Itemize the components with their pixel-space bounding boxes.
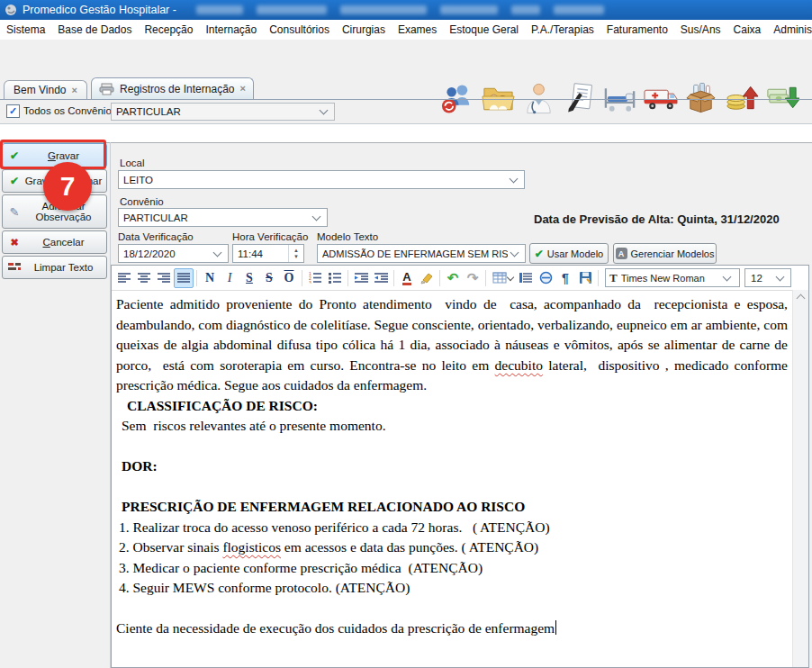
save-document-button[interactable] [575,268,595,288]
insert-table-button[interactable] [489,268,516,288]
gerenciar-modelos-label: Gerenciar Modelos [631,248,715,259]
close-icon[interactable]: × [239,84,245,94]
tab-label: Registros de Internação [120,83,234,95]
closing-text: Ciente da necessidade de execução dos cu… [116,618,788,639]
font-family-value: Times New Roman [621,273,717,284]
data-verificacao-picker[interactable]: 18/12/2020 [118,244,229,263]
misspelled-word: decubito [495,357,543,373]
italic-button[interactable]: I [220,268,239,288]
bullet-list-button[interactable] [325,268,345,288]
editor-text-area[interactable]: Paciente admitido proveniente do Pronto … [112,290,793,667]
toolbar-separator [302,270,302,286]
toolbar-separator [347,270,348,286]
adicionar-observacao-label: Adicionar Observação [23,201,104,222]
decrease-indent-button[interactable] [371,268,391,288]
menu-pa-terapias[interactable]: P.A./Terapias [525,20,600,40]
increase-indent-button[interactable] [351,268,371,288]
numbered-list-button[interactable]: 123 [305,268,325,288]
svg-text:3: 3 [309,280,311,284]
pilcrow-button[interactable]: ¶ [555,268,575,288]
tab-registros-de-internacao[interactable]: Registros de Internação × [91,77,254,99]
menu-sistema[interactable]: Sistema [0,20,51,40]
align-right-button[interactable] [154,268,174,288]
paragraph-spacing-button[interactable] [516,268,536,288]
adicionar-observacao-button[interactable]: ✎ Adicionar Observação [2,194,107,229]
prescription-item: 1. Realizar troca do acesso venoso perif… [116,518,788,538]
undo-button[interactable]: ↶ [443,268,463,288]
gerenciar-modelos-button[interactable]: A Gerenciar Modelos [613,243,717,264]
redacted-text [196,5,604,14]
shortcut-toolbar [0,40,812,77]
font-family-select[interactable]: T Times New Roman [605,268,740,287]
pain-heading: DOR: [116,456,788,477]
prescription-item: 2. Observar sinais flogisticos em acesso… [116,537,788,558]
redo-button[interactable]: ↷ [463,268,483,288]
menu-faturamento[interactable]: Faturamento [600,20,674,40]
cancelar-button[interactable]: ✖ Cancelar [2,230,107,254]
menu-bar: Sistema Base de Dados Recepção Internaçã… [0,20,812,40]
gravar-e-assinar-label: Gravar e Assinar [23,176,104,186]
highlight-button[interactable] [417,268,437,288]
menu-cirurgias[interactable]: Cirurgias [336,20,392,40]
toolbar-separator [598,270,599,286]
menu-consultorios[interactable]: Consultórios [263,20,336,40]
usar-modelo-label: Usar Modelo [547,248,603,259]
menu-administracao[interactable]: Administração [767,20,812,40]
menu-recepcao[interactable]: Recepção [138,20,199,40]
modelo-texto-select[interactable]: ADMISSÃO DE ENFERMAGEM SEM RISCOS [317,244,526,263]
chevron-down-icon [213,248,222,257]
align-center-button[interactable] [134,268,154,288]
local-select[interactable]: LEITO [118,170,525,189]
tab-bem-vindo[interactable]: Bem Vindo × [4,80,87,99]
tab-label: Bem Vindo [14,84,66,96]
data-verificacao-value: 18/12/2020 [123,248,211,259]
chevron-down-icon [312,212,321,221]
gravar-button[interactable]: ✔ Gravar [2,143,107,167]
hora-verificacao-stepper[interactable]: 11:44 ▲▼ [232,244,304,263]
limpar-texto-button[interactable]: Limpar Texto [2,256,107,279]
menu-internacao[interactable]: Internação [199,20,263,40]
cancelar-label: Cancelar [23,237,104,248]
menu-base-de-dados[interactable]: Base de Dados [51,20,138,40]
toolbar-separator [485,270,486,286]
local-label: Local [120,158,145,168]
convenio-filter-select[interactable]: PARTICULAR [111,103,335,121]
window-title: Promedico Gestão Hospitalar - [23,0,176,20]
page-break-button[interactable] [536,268,555,288]
title-bar: Promedico Gestão Hospitalar - [0,0,812,20]
menu-estoque-geral[interactable]: Estoque Geral [443,20,525,40]
usar-modelo-button[interactable]: ✔ Usar Modelo [529,243,609,264]
menu-caixa[interactable]: Caixa [727,20,768,40]
editor-toolbar: N I S S O 123 A [112,266,808,291]
menu-sus-ans[interactable]: Sus/Ans [674,20,727,40]
todos-convenios-label: Todos os Convênios [23,100,117,122]
gravar-label: Gravar [23,150,104,161]
strikethrough-button[interactable]: S [259,268,279,288]
font-color-button[interactable]: A [397,268,417,288]
overline-button[interactable]: O [279,268,299,288]
align-justify-button[interactable] [174,268,194,288]
todos-convenios-checkbox[interactable]: ✓ [6,104,20,118]
underline-button[interactable]: S [239,268,259,288]
limpar-texto-label: Limpar Texto [23,262,104,273]
font-size-value: 12 [751,273,773,284]
convenio-select[interactable]: PARTICULAR [118,208,328,227]
check-icon: ✔ [535,248,544,260]
spinner-arrows-icon[interactable]: ▲▼ [288,245,303,262]
font-size-select[interactable]: 12 [744,268,791,287]
chevron-down-icon [723,272,732,281]
menu-exames[interactable]: Exames [392,20,443,40]
modelo-texto-value: ADMISSÃO DE ENFERMAGEM SEM RISCOS [322,248,508,259]
rich-text-editor: N I S S O 123 A [111,265,809,668]
data-verificacao-label: Data Verificação [118,231,194,242]
pencil-icon: ✎ [5,205,23,219]
clear-text-icon [5,262,23,274]
prescription-item: 3. Medicar o paciente conforme prescriçã… [116,558,788,579]
bold-button[interactable]: N [200,268,220,288]
scroll-up-button[interactable] [793,290,808,304]
gravar-e-assinar-button[interactable]: ✔ Gravar e Assinar [2,169,107,193]
modelo-texto-label: Modelo Texto [317,231,378,242]
align-left-button[interactable] [114,268,134,288]
close-icon[interactable]: × [72,86,77,95]
editor-scrollbar[interactable] [792,290,808,667]
